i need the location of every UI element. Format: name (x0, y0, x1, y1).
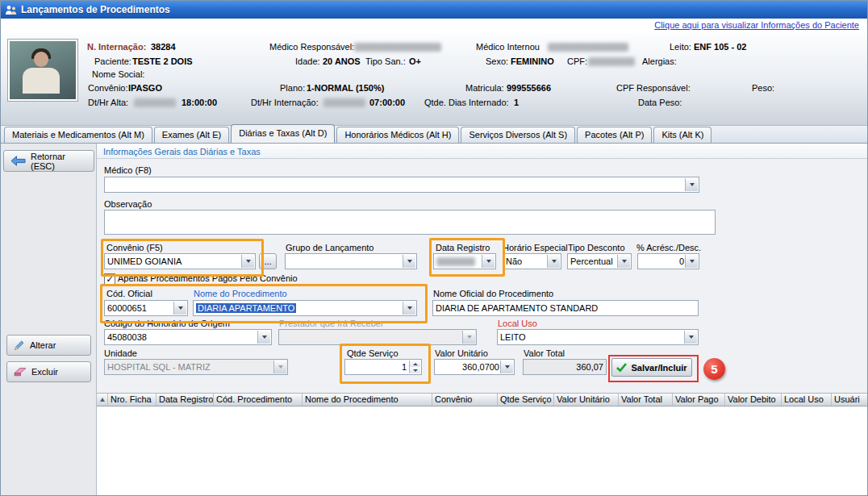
chevron-down-icon[interactable] (685, 178, 698, 191)
cod-honorario-combo[interactable]: 45080038 (104, 329, 272, 345)
tab-materiais-medicamentos[interactable]: Materiais e Medicamentos (Alt M) (4, 127, 152, 143)
retornar-label: Retornar (ESC) (31, 152, 87, 171)
qtde-servico-spinner[interactable]: 1 (344, 359, 422, 375)
col-valor-total[interactable]: Valor Total (619, 394, 673, 406)
valor-unitario-combo[interactable]: 360,0700 (434, 359, 515, 375)
acresc-desc-label: % Acrésc./Desc. (636, 243, 701, 252)
local-uso-value: LEITO (500, 332, 526, 342)
tab-pacotes[interactable]: Pacotes (Alt P) (577, 127, 652, 143)
horario-especial-value: Não (506, 256, 522, 266)
cod-oficial-value: 60000651 (107, 303, 147, 313)
idade-value: 20 ANOS (323, 56, 361, 66)
salvar-incluir-button[interactable]: Salvar/Incluir (611, 358, 692, 377)
chevron-down-icon[interactable] (173, 302, 186, 315)
col-nome-procedimento[interactable]: Nome do Procedimento (303, 394, 432, 406)
tab-bar: Materiais e Medicamentos (Alt M) Exames … (1, 126, 867, 144)
app-icon (5, 5, 17, 15)
tab-kits[interactable]: Kits (Alt K) (653, 127, 712, 143)
dthr-alta-time: 18:00:00 (182, 98, 217, 107)
convenio-value: UNIMED GOIANIA (107, 256, 182, 266)
dthr-alta-redacted (134, 98, 176, 107)
col-valor-pago[interactable]: Valor Pago (673, 394, 725, 406)
dthr-internacao-redacted (323, 98, 365, 107)
section-title: Informações Gerais das Diárias e Taxas (103, 147, 261, 156)
tipo-desconto-value: Percentual (570, 256, 613, 266)
nome-oficial-value: DIARIA DE APARTAMENTO STANDARD (436, 303, 598, 313)
tipo-desconto-combo[interactable]: Percentual (567, 253, 632, 269)
convenio-value: IPASGO (128, 83, 162, 93)
valor-unitario-value: 360,0700 (462, 362, 499, 372)
cpf-redacted (588, 57, 635, 66)
chevron-down-icon[interactable] (482, 255, 495, 268)
tab-honorarios-medicos[interactable]: Honorários Médicos (Alt H) (336, 127, 459, 143)
convenio-combo[interactable]: UNIMED GOIANIA (104, 253, 256, 269)
excluir-label: Excluir (31, 367, 58, 377)
tab-servicos-diversos[interactable]: Serviços Diversos (Alt S) (461, 127, 575, 143)
excluir-button[interactable]: Excluir (6, 361, 91, 382)
convenio-label: Convênio: (88, 83, 128, 93)
alterar-button[interactable]: Alterar (6, 335, 91, 356)
chevron-down-icon[interactable] (403, 302, 415, 315)
nome-oficial-input[interactable]: DIARIA DE APARTAMENTO STANDARD (432, 300, 699, 316)
nome-procedimento-combo[interactable]: DIARIA APARTAMENTO (193, 300, 417, 316)
spinner-down-icon[interactable] (409, 367, 420, 373)
spinner-up-icon[interactable] (409, 361, 420, 367)
nome-procedimento-label: Nome do Procedimento (194, 289, 287, 298)
chevron-down-icon[interactable] (241, 255, 254, 268)
arrow-left-icon (10, 156, 26, 166)
patient-info-link[interactable]: Clique aqui para visualizar Informações … (654, 20, 859, 30)
nome-procedimento-value: DIARIA APARTAMENTO (196, 303, 296, 313)
window-title: Lançamentos de Procedimentos (21, 4, 170, 15)
local-uso-combo[interactable]: LEITO (497, 329, 699, 345)
cod-honorario-value: 45080038 (107, 332, 147, 342)
horario-especial-label: Horário Especial (503, 243, 568, 252)
step-badge: 5 (703, 358, 725, 380)
cod-oficial-combo[interactable]: 60000651 (104, 300, 188, 316)
observacao-input[interactable] (104, 210, 716, 235)
col-valor-debito[interactable]: Valor Debito (725, 394, 782, 406)
unidade-value: HOSPITAL SQL - MATRIZ (107, 362, 211, 372)
tab-exames[interactable]: Exames (Alt E) (154, 127, 229, 143)
chevron-down-icon[interactable] (685, 255, 698, 268)
convenio-browse-button[interactable]: ... (259, 253, 277, 269)
tab-diarias-taxas[interactable]: Diárias e Taxas (Alt D) (231, 124, 335, 143)
row-indicator-header (97, 394, 108, 406)
chevron-down-icon[interactable] (500, 361, 513, 373)
acresc-desc-combo[interactable]: 0 (637, 253, 699, 269)
medico-combo[interactable] (104, 177, 699, 193)
chevron-down-icon (462, 331, 475, 344)
col-convenio[interactable]: Convênio (432, 394, 498, 406)
local-uso-label: Local Uso (498, 319, 537, 328)
idade-label: Idade: (295, 56, 320, 66)
data-registro-label: Data Registro (436, 243, 490, 252)
alergias-label: Alergias: (642, 56, 677, 66)
col-data-registro[interactable]: Data Registro (156, 394, 214, 406)
col-cod-procedimento[interactable]: Cód. Procedimento (214, 394, 303, 406)
col-qtde-servico[interactable]: Qtde Serviço (498, 394, 554, 406)
retornar-button[interactable]: Retornar (ESC) (3, 150, 94, 172)
patient-photo (7, 39, 78, 102)
chevron-down-icon[interactable] (257, 331, 270, 344)
data-registro-combo[interactable] (433, 253, 496, 269)
col-valor-unitario[interactable]: Valor Unitário (554, 394, 619, 406)
ellipsis-label: ... (264, 256, 271, 266)
dthr-internacao-label: Dt/Hr Internação: (251, 98, 319, 107)
col-nro-ficha[interactable]: Nro. Ficha (108, 394, 156, 406)
plano-value: 1-NORMAL (150%) (307, 83, 384, 93)
sexo-value: FEMININO (511, 56, 554, 66)
cpf-responsavel-label: CPF Responsável: (616, 83, 691, 93)
chevron-down-icon[interactable] (547, 255, 560, 268)
col-usuario[interactable]: Usuári (832, 394, 868, 406)
chevron-down-icon[interactable] (684, 331, 697, 344)
leito-value: ENF 105 - 02 (694, 42, 746, 52)
unidade-label: Unidade (104, 348, 137, 358)
data-peso-label: Data Peso: (638, 98, 682, 107)
grupo-lancamento-combo[interactable] (285, 253, 417, 269)
col-local-uso[interactable]: Local Uso (782, 394, 832, 406)
chevron-down-icon[interactable] (617, 255, 630, 268)
salvar-incluir-label: Salvar/Incluir (631, 363, 686, 373)
link-bar: Clique aqui para visualizar Informações … (1, 19, 867, 33)
horario-especial-combo[interactable]: Não (503, 253, 561, 269)
chevron-down-icon[interactable] (403, 255, 415, 268)
apenas-pagos-checkbox[interactable]: ✓ (104, 273, 115, 285)
